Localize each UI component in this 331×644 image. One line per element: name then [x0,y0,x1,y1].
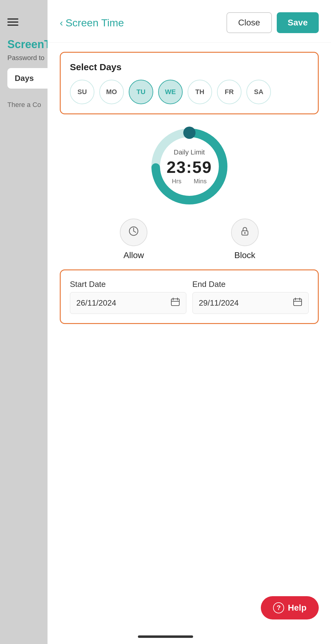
block-circle [231,219,259,246]
start-date-input[interactable]: 26/11/2024 [70,292,186,314]
back-chevron-icon: ‹ [60,17,63,29]
modal-panel: ‹ Screen Time Close Save Select Days SU … [48,0,331,644]
timer-section: Daily Limit 23:59 Hrs Mins [60,124,319,209]
daily-limit-label: Daily Limit [174,148,205,156]
select-days-title: Select Days [70,62,309,72]
close-button[interactable]: Close [226,12,272,33]
day-th[interactable]: TH [188,80,212,104]
help-circle-icon: ? [273,602,284,613]
svg-rect-11 [294,299,302,306]
lock-icon [239,226,250,239]
hours-value: 23 [166,158,186,176]
clock-inner-display: Daily Limit 23:59 Hrs Mins [166,148,212,185]
days-row: SU MO TU WE TH FR SA [70,80,309,104]
hrs-label: Hrs [172,178,181,185]
start-date-calendar-icon[interactable] [171,297,180,309]
modal-content: Select Days SU MO TU WE TH FR SA [48,43,331,644]
mins-label: Mins [194,178,207,185]
svg-line-4 [134,231,136,232]
time-colon: : [186,158,192,176]
day-tu[interactable]: TU [129,80,153,104]
clock-icon [128,226,139,239]
hamburger-icon[interactable] [7,18,18,26]
clock-container[interactable]: Daily Limit 23:59 Hrs Mins [146,124,232,209]
date-row: Start Date 26/11/2024 [70,280,309,314]
start-date-value: 26/11/2024 [76,298,116,308]
end-date-input[interactable]: 29/11/2024 [192,292,309,314]
day-fr[interactable]: FR [217,80,242,104]
allow-action[interactable]: Allow [120,219,147,260]
end-date-field: End Date 29/11/2024 [192,280,309,314]
start-date-field: Start Date 26/11/2024 [70,280,186,314]
bottom-home-indicator [138,635,193,638]
end-date-calendar-icon[interactable] [293,297,302,309]
date-range-card: Start Date 26/11/2024 [60,269,319,324]
back-nav-title: Screen Time [66,17,124,29]
allow-block-row: Allow Block [60,219,319,260]
help-button[interactable]: ? Help [261,596,319,619]
header-action-buttons: Close Save [226,12,319,33]
help-label: Help [288,603,306,613]
block-action[interactable]: Block [231,219,259,260]
end-date-label: End Date [192,280,309,289]
back-navigation[interactable]: ‹ Screen Time [60,17,124,29]
allow-label: Allow [124,250,144,260]
day-sa[interactable]: SA [246,80,271,104]
modal-header: ‹ Screen Time Close Save [48,0,331,43]
svg-rect-7 [171,299,179,306]
clock-handle-dot [183,127,196,139]
start-date-label: Start Date [70,280,186,289]
end-date-value: 29/11/2024 [199,298,239,308]
mins-value: 59 [192,158,212,176]
day-we[interactable]: WE [158,80,183,104]
allow-circle [120,219,147,246]
day-su[interactable]: SU [70,80,94,104]
day-mo[interactable]: MO [99,80,124,104]
select-days-card: Select Days SU MO TU WE TH FR SA [60,52,319,114]
time-display: 23:59 [166,158,212,177]
svg-point-6 [244,232,245,234]
block-label: Block [234,250,255,260]
time-units: Hrs Mins [172,178,207,185]
save-button[interactable]: Save [277,12,319,33]
